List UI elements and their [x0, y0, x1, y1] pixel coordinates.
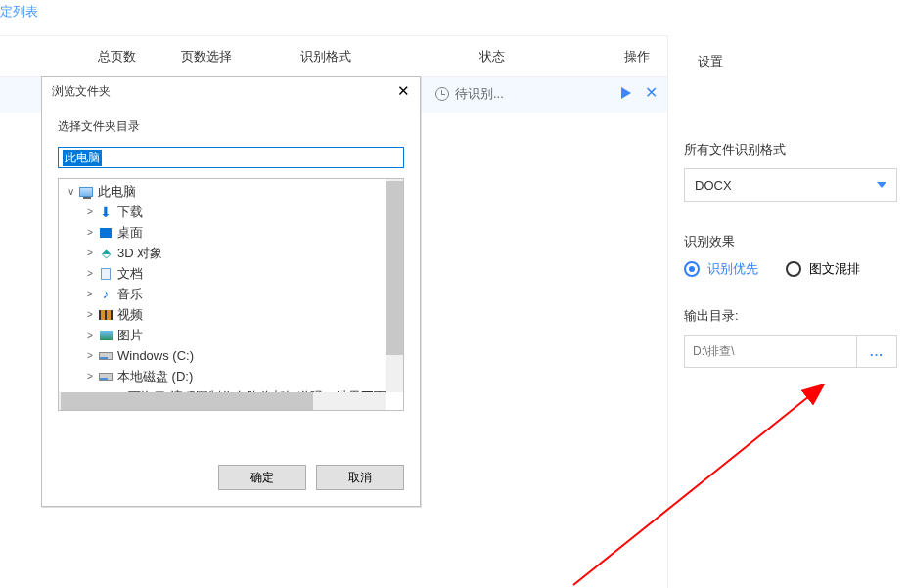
tree-node[interactable]: >视频: [59, 304, 386, 325]
expand-icon[interactable]: ∨: [65, 186, 76, 197]
ok-button[interactable]: 确定: [218, 465, 306, 490]
browse-button[interactable]: ...: [856, 335, 897, 368]
close-icon[interactable]: ✕: [645, 85, 658, 101]
expand-icon[interactable]: >: [84, 227, 96, 238]
expand-icon[interactable]: >: [84, 248, 96, 258]
operation-cell: ✕: [621, 85, 658, 101]
tree-node[interactable]: >♪音乐: [59, 284, 386, 304]
status-text: 待识别...: [455, 85, 504, 103]
output-path-input[interactable]: [684, 335, 856, 368]
col-page-select: 页数选择: [181, 48, 232, 66]
folder-browse-dialog: 浏览文件夹 ✕ 选择文件夹目录 此电脑 ∨此电脑>⬇下载>桌面>⬘3D 对象>文…: [41, 76, 421, 507]
dialog-title: 浏览文件夹: [52, 83, 111, 100]
radio-icon: [684, 261, 700, 277]
tree-node-label: 视频: [117, 306, 143, 324]
col-status: 状态: [479, 48, 505, 66]
radio-priority[interactable]: 识别优先: [684, 260, 758, 278]
folder-path-value: 此电脑: [63, 150, 102, 166]
tree-node[interactable]: >桌面: [59, 222, 386, 243]
vertical-scrollbar[interactable]: [386, 179, 403, 392]
format-select[interactable]: DOCX: [684, 168, 897, 202]
col-operation: 操作: [624, 48, 650, 66]
folder-tree: ∨此电脑>⬇下载>桌面>⬘3D 对象>文档>♪音乐>视频>图片>Windows …: [58, 178, 404, 411]
settings-title: 设置: [668, 35, 909, 70]
expand-icon[interactable]: >: [84, 289, 96, 299]
format-value: DOCX: [695, 178, 732, 193]
radio-priority-label: 识别优先: [707, 260, 758, 278]
tree-node[interactable]: >⬘3D 对象: [59, 243, 386, 263]
dialog-titlebar: 浏览文件夹 ✕: [42, 77, 420, 101]
status-cell: 待识别...: [435, 85, 504, 103]
tree-node[interactable]: >图片: [59, 325, 386, 345]
tree-node-label: 桌面: [117, 224, 143, 242]
tree-node-label: 文档: [117, 265, 143, 283]
expand-icon[interactable]: >: [84, 371, 96, 382]
cancel-button[interactable]: 取消: [316, 465, 404, 490]
radio-mixed[interactable]: 图文混排: [786, 260, 860, 278]
format-label: 所有文件识别格式: [684, 141, 897, 158]
tree-node-label: Windows (C:): [117, 348, 194, 363]
tree-node[interactable]: >⬇下载: [59, 202, 386, 222]
col-total-pages: 总页数: [98, 48, 136, 66]
output-label: 输出目录:: [684, 307, 897, 325]
dialog-subtitle: 选择文件夹目录: [42, 101, 420, 147]
clock-icon: [435, 87, 449, 101]
tree-node-label: 此电脑: [98, 183, 136, 201]
settings-panel: 设置 所有文件识别格式 DOCX 识别效果 识别优先 图文混排 输出目录: ..…: [667, 35, 909, 588]
radio-icon: [786, 261, 801, 277]
tree-node[interactable]: >Windows (C:): [59, 345, 386, 366]
tree-node[interactable]: ∨此电脑: [59, 181, 386, 202]
table-header: 总页数 页数选择 识别格式 状态 操作: [0, 36, 667, 77]
tree-node-label: 下载: [117, 204, 143, 221]
expand-icon[interactable]: >: [84, 268, 96, 279]
expand-icon[interactable]: >: [84, 206, 96, 217]
tree-node-label: 图片: [117, 327, 143, 344]
radio-mixed-label: 图文混排: [809, 260, 860, 278]
chevron-down-icon: [877, 182, 886, 188]
col-format: 识别格式: [300, 48, 351, 66]
dialog-close-icon[interactable]: ✕: [393, 82, 414, 100]
breadcrumb-link[interactable]: 定列表: [0, 3, 38, 21]
tree-node-label: 音乐: [117, 286, 143, 303]
tree-node[interactable]: >本地磁盘 (D:): [59, 366, 386, 386]
horizontal-scrollbar[interactable]: [59, 392, 386, 410]
tree-node-label: 本地磁盘 (D:): [117, 368, 193, 385]
expand-icon[interactable]: >: [84, 309, 96, 320]
folder-path-input[interactable]: 此电脑: [58, 147, 404, 168]
play-icon[interactable]: [621, 87, 631, 99]
expand-icon[interactable]: >: [84, 330, 96, 340]
tree-node-label: 3D 对象: [117, 245, 162, 262]
effect-label: 识别效果: [684, 233, 897, 250]
expand-icon[interactable]: >: [84, 350, 96, 361]
tree-node[interactable]: >文档: [59, 263, 386, 284]
